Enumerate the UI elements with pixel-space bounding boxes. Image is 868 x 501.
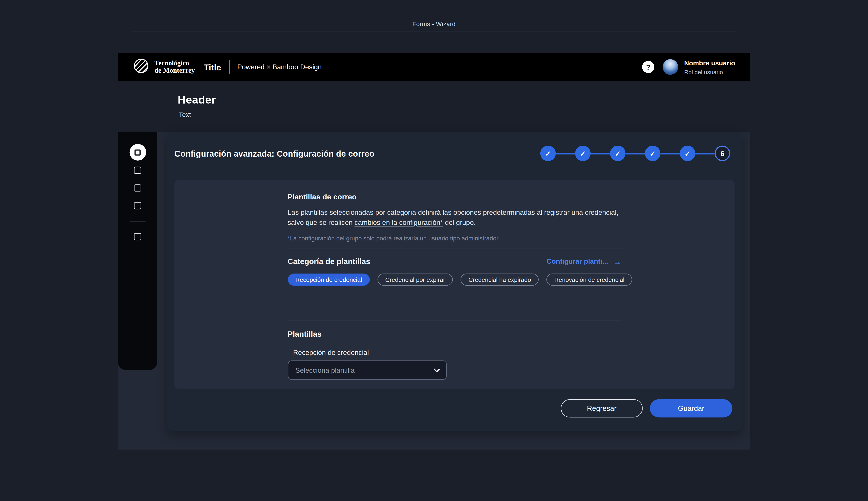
form-actions: Regresar Guardar [174,399,735,417]
save-button[interactable]: Guardar [650,399,732,417]
sidebar-item-1-active[interactable] [129,144,146,161]
tec-monterrey-logo-icon [133,58,150,76]
check-icon: ✓ [545,149,551,158]
select-placeholder: Selecciona plantilla [295,366,355,374]
navbar-right: ? Nombre usuario Rol del usuario [642,59,735,75]
check-icon: ✓ [580,149,586,158]
template-select[interactable]: Selecciona plantilla [287,360,446,380]
help-icon[interactable]: ? [642,61,654,73]
sidebar-item-4[interactable] [134,202,141,209]
powered-by-label: Powered × Bamboo Design [237,63,322,71]
section-divider [287,321,621,321]
check-icon: ✓ [684,149,691,158]
step-connector [626,152,645,154]
window-title: Forms - Wizard [0,20,868,28]
section-title-mail-templates: Plantillas de correo [287,193,621,201]
step-connector [660,152,680,154]
brand-name: Tecnológico de Monterrey [154,60,195,74]
templates-title: Plantillas [287,329,621,338]
sidebar-item-3[interactable] [134,184,141,192]
chip-credencial-ha-expirado[interactable]: Credencial ha expirado [461,274,539,286]
step-connector [695,152,715,154]
template-field-label: Recepción de credencial [293,349,621,356]
avatar[interactable] [662,59,678,75]
navbar-divider [229,60,230,74]
square-icon [134,149,141,155]
user-role: Rol del usuario [684,68,735,75]
check-icon: ✓ [615,149,621,158]
arrow-right-icon: → [613,257,621,265]
wizard-step-1[interactable]: ✓ [540,146,556,161]
top-divider [131,32,738,32]
page-header: Header Text [178,93,750,119]
page-title: Header [178,93,750,107]
wizard-step-5[interactable]: ✓ [680,146,695,161]
chevron-down-icon [433,366,440,372]
categories-header-row: Categoría de plantillas Configurar plant… [287,257,621,266]
sidebar-divider [130,222,145,222]
page-subtitle: Text [179,111,750,119]
chip-recepcion-credencial[interactable]: Recepción de credencial [287,274,370,286]
categories-title: Categoría de plantillas [287,257,370,266]
step-connector [590,152,610,154]
chip-credencial-por-expirar[interactable]: Credencial por expirar [377,274,453,286]
sidebar [118,132,157,370]
wizard-step-4[interactable]: ✓ [645,146,661,161]
screen: Forms - Wizard [0,0,868,501]
section-description: Las plantillas seleccionadas por categor… [287,208,621,227]
sidebar-item-2[interactable] [134,167,141,174]
form-content: Plantillas de correo Las plantillas sele… [287,180,621,380]
app-frame: Tecnológico de Monterrey Title Powered ×… [118,53,750,449]
back-button[interactable]: Regresar [561,399,643,417]
form-panel: Plantillas de correo Las plantillas sele… [174,180,735,389]
chip-renovacion-credencial[interactable]: Renovación de credencial [546,274,632,286]
user-name: Nombre usuario [684,59,735,67]
main-area: Configuración avanzada: Configuración de… [118,132,750,450]
category-chips: Recepción de credencial Credencial por e… [287,274,621,286]
app-title: Title [204,62,221,72]
wizard-title: Configuración avanzada: Configuración de… [174,149,375,158]
admin-note: *La configuración del grupo solo podrá r… [287,235,621,241]
check-icon: ✓ [650,149,656,158]
wizard-card-header: Configuración avanzada: Configuración de… [174,132,735,175]
section-divider [287,248,621,249]
user-info: Nombre usuario Rol del usuario [684,59,735,75]
wizard-step-3[interactable]: ✓ [610,146,626,161]
navbar: Tecnológico de Monterrey Title Powered ×… [118,53,750,81]
wizard-step-2[interactable]: ✓ [575,146,591,161]
wizard-stepper: ✓ ✓ ✓ ✓ ✓ 6 [540,146,730,161]
config-change-link[interactable]: cambios en la configuración* [355,218,443,226]
wizard-card: Configuración avanzada: Configuración de… [167,132,742,431]
sidebar-item-5[interactable] [134,233,141,241]
wizard-step-6-current[interactable]: 6 [715,146,730,161]
brand-logo: Tecnológico de Monterrey [133,58,195,76]
step-connector [556,152,575,154]
configure-templates-link[interactable]: Configurar planti... → [546,257,621,265]
